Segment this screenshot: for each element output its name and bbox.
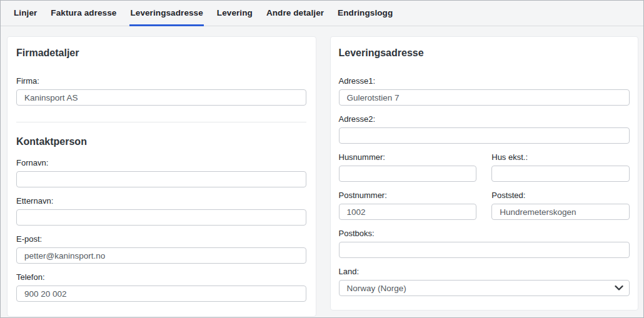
hus-ekst-field-group: Hus ekst.: <box>491 152 630 182</box>
husnummer-input[interactable] <box>339 166 477 182</box>
husnummer-row: Husnummer: Hus ekst.: <box>339 152 630 182</box>
section-divider <box>16 122 306 122</box>
tab-andre-detaljer[interactable]: Andre detaljer <box>266 1 325 26</box>
land-label: Land: <box>339 267 630 276</box>
etternavn-input[interactable] <box>16 209 306 226</box>
land-select[interactable]: Norway (Norge) <box>339 280 630 296</box>
delivery-address-title: Leveringsadresse <box>339 47 630 59</box>
epost-label: E-post: <box>16 234 306 244</box>
adresse1-input[interactable] <box>339 89 630 106</box>
poststed-input[interactable] <box>491 204 630 220</box>
postboks-field-group: Postboks: <box>339 229 630 258</box>
company-details-panel: Firmadetaljer Firma: Kontaktperson Forna… <box>7 36 316 317</box>
adresse2-label: Adresse2: <box>339 114 630 124</box>
poststed-field-group: Poststed: <box>491 191 630 220</box>
fornavn-field-group: Fornavn: <box>16 158 306 187</box>
epost-field-group: E-post: <box>16 234 306 264</box>
epost-input[interactable] <box>16 247 306 264</box>
tab-leveringsadresse[interactable]: Leveringsadresse <box>129 1 203 26</box>
telefon-field-group: Telefon: <box>16 272 306 302</box>
husnummer-label: Husnummer: <box>339 152 477 162</box>
postnummer-label: Postnummer: <box>339 191 477 200</box>
contact-section-title: Kontaktperson <box>16 136 306 147</box>
postnummer-row: Postnummer: Poststed: <box>339 191 630 220</box>
postnummer-field-group: Postnummer: <box>339 191 477 220</box>
husnummer-field-group: Husnummer: <box>339 152 477 182</box>
content-area: Firmadetaljer Firma: Kontaktperson Forna… <box>1 26 643 317</box>
poststed-label: Poststed: <box>491 191 630 200</box>
hus-ekst-input[interactable] <box>491 166 630 182</box>
firma-input[interactable] <box>16 89 306 106</box>
adresse2-field-group: Adresse2: <box>339 114 630 144</box>
postnummer-input[interactable] <box>339 204 477 220</box>
land-field-group: Land: Norway (Norge) <box>339 267 630 296</box>
land-select-wrap: Norway (Norge) <box>339 280 630 296</box>
postboks-input[interactable] <box>339 242 630 258</box>
tab-bar: Linjer Faktura adresse Leveringsadresse … <box>1 1 643 26</box>
hus-ekst-label: Hus ekst.: <box>491 152 630 162</box>
postboks-label: Postboks: <box>339 229 630 238</box>
adresse1-label: Adresse1: <box>339 76 630 86</box>
tab-faktura-adresse[interactable]: Faktura adresse <box>50 1 117 26</box>
fornavn-input[interactable] <box>16 171 306 187</box>
telefon-input[interactable] <box>16 286 306 302</box>
firma-field-group: Firma: <box>16 76 306 106</box>
adresse1-field-group: Adresse1: <box>339 76 630 106</box>
etternavn-label: Etternavn: <box>16 196 306 206</box>
firma-label: Firma: <box>16 76 306 86</box>
tab-linjer[interactable]: Linjer <box>13 1 38 26</box>
order-details-window: Linjer Faktura adresse Leveringsadresse … <box>0 0 644 318</box>
fornavn-label: Fornavn: <box>16 158 306 167</box>
telefon-label: Telefon: <box>16 272 306 282</box>
etternavn-field-group: Etternavn: <box>16 196 306 226</box>
tab-levering[interactable]: Levering <box>216 1 253 26</box>
company-section-title: Firmadetaljer <box>16 47 306 59</box>
tab-endringslogg[interactable]: Endringslogg <box>337 1 393 26</box>
adresse2-input[interactable] <box>339 127 630 144</box>
delivery-address-panel: Leveringsadresse Adresse1: Adresse2: Hus… <box>330 36 639 311</box>
